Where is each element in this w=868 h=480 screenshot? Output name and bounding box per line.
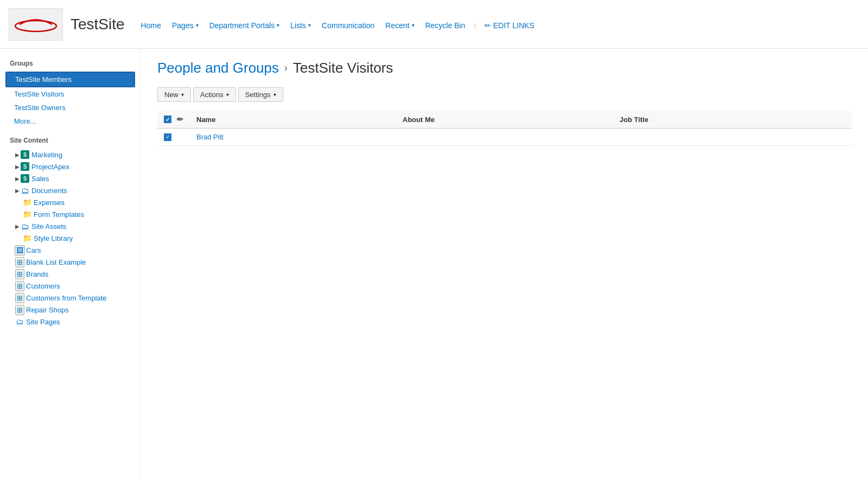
table-header-row: ✓ ✏ Name About Me Job Title	[157, 111, 852, 129]
sidebar-item-cars[interactable]: 🖼 Cars	[5, 244, 135, 256]
projectapex-expand: ▶	[15, 164, 20, 170]
documents-expand: ▶	[15, 188, 20, 194]
repair-shops-label: Repair Shops	[26, 306, 69, 314]
brands-icon: ⊞	[15, 270, 24, 278]
edit-links-button[interactable]: ✏ EDIT LINKS	[479, 19, 540, 32]
settings-label: Settings	[245, 91, 271, 99]
customers-label: Customers	[26, 282, 60, 290]
row-name-cell: Brad Pitt	[190, 129, 396, 146]
site-title: TestSite	[71, 16, 125, 33]
edit-links-label: EDIT LINKS	[493, 21, 534, 30]
row-checkbox[interactable]: ✓	[164, 133, 171, 141]
marketing-expand: ▶	[15, 152, 20, 158]
col-header-check: ✓ ✏	[157, 111, 190, 129]
expenses-label: Expenses	[34, 199, 65, 207]
site-assets-icon: 🗂	[21, 222, 29, 231]
new-button[interactable]: New ▾	[157, 87, 191, 102]
nav-pages[interactable]: Pages▾	[167, 19, 204, 32]
sidebar-item-projectapex[interactable]: ▶ S ProjectApex	[5, 161, 135, 172]
sidebar-item-testsite-owners[interactable]: TestSite Owners	[5, 101, 135, 114]
site-assets-label: Site Assets	[31, 222, 66, 231]
header-checkbox[interactable]: ✓	[164, 116, 171, 123]
form-templates-label: Form Templates	[34, 210, 84, 219]
toolbar: New ▾ Actions ▾ Settings ▾	[157, 87, 852, 102]
nav-communication[interactable]: Communication	[316, 19, 380, 32]
row-job-cell	[613, 129, 852, 146]
site-content-section: Site Content ▶ S Marketing ▶ S ProjectAp…	[5, 137, 135, 328]
logo-area: TestSite	[9, 8, 125, 41]
table-row: ✓ Brad Pitt	[157, 129, 852, 146]
nav-lists[interactable]: Lists▾	[285, 19, 316, 32]
projectapex-label: ProjectApex	[31, 163, 69, 171]
sidebar-item-expenses[interactable]: 📁 Expenses	[5, 196, 135, 208]
header-inner: Home Pages▾ Department Portals▾ Lists▾ C…	[136, 17, 540, 32]
nav-divider: |	[474, 21, 476, 29]
site-content-label: Site Content	[10, 137, 135, 144]
page-title: People and Groups › TestSite Visitors	[157, 60, 852, 76]
sidebar-item-more[interactable]: More...	[5, 114, 135, 128]
sidebar-item-testsite-members[interactable]: TestSite Members	[5, 72, 135, 87]
style-library-icon: 📁	[23, 234, 31, 242]
sidebar-item-brands[interactable]: ⊞ Brands	[5, 268, 135, 280]
sidebar-item-customers[interactable]: ⊞ Customers	[5, 280, 135, 292]
breadcrumb-current: TestSite Visitors	[293, 60, 393, 76]
cars-label: Cars	[26, 246, 41, 254]
customers-template-label: Customers from Template	[26, 294, 107, 302]
breadcrumb-root[interactable]: People and Groups	[157, 60, 279, 76]
sidebar-item-site-pages[interactable]: 🗂 Site Pages	[5, 316, 135, 328]
nav-recent[interactable]: Recent▾	[380, 19, 419, 32]
sidebar-item-style-library[interactable]: 📁 Style Library	[5, 232, 135, 244]
actions-button[interactable]: Actions ▾	[193, 87, 236, 102]
site-assets-expand: ▶	[15, 223, 20, 229]
brands-label: Brands	[26, 270, 48, 278]
sales-label: Sales	[31, 175, 49, 183]
main-content: People and Groups › TestSite Visitors Ne…	[141, 49, 868, 480]
form-templates-icon: 📁	[23, 210, 31, 219]
sidebar-item-repair-shops[interactable]: ⊞ Repair Shops	[5, 304, 135, 316]
col-header-about: About Me	[396, 111, 613, 129]
nav-recycle-bin[interactable]: Recycle Bin	[420, 19, 471, 32]
blank-list-label: Blank List Example	[26, 258, 86, 266]
sidebar-item-blank-list-example[interactable]: ⊞ Blank List Example	[5, 256, 135, 268]
sales-icon: S	[21, 174, 29, 183]
sales-expand: ▶	[15, 176, 20, 182]
col-header-job: Job Title	[613, 111, 852, 129]
groups-section: Groups TestSite Members TestSite Visitor…	[5, 60, 135, 128]
nav-bar: Home Pages▾ Department Portals▾ Lists▾ C…	[136, 19, 540, 32]
site-pages-label: Site Pages	[26, 318, 60, 326]
sidebar-item-documents[interactable]: ▶ 🗂 Documents	[5, 184, 135, 196]
sidebar-item-sales[interactable]: ▶ S Sales	[5, 172, 135, 184]
actions-caret: ▾	[226, 92, 229, 98]
recent-caret: ▾	[412, 22, 414, 28]
sidebar-item-marketing[interactable]: ▶ S Marketing	[5, 149, 135, 161]
marketing-icon: S	[21, 150, 29, 159]
cars-icon: 🖼	[15, 246, 24, 254]
sidebar-item-testsite-visitors[interactable]: TestSite Visitors	[5, 87, 135, 101]
repair-shops-icon: ⊞	[15, 305, 24, 314]
projectapex-icon: S	[21, 162, 29, 171]
settings-button[interactable]: Settings ▾	[238, 87, 283, 102]
header-pencil-icon[interactable]: ✏	[177, 115, 183, 124]
groups-label: Groups	[10, 60, 135, 67]
breadcrumb-arrow: ›	[284, 62, 288, 74]
style-library-label: Style Library	[34, 234, 73, 242]
customers-template-icon: ⊞	[15, 293, 24, 302]
site-pages-icon: 🗂	[15, 317, 24, 326]
sidebar-item-customers-from-template[interactable]: ⊞ Customers from Template	[5, 292, 135, 304]
lists-caret: ▾	[308, 22, 311, 28]
svg-point-0	[15, 21, 56, 31]
person-name-link[interactable]: Brad Pitt	[196, 133, 224, 141]
logo-image	[9, 8, 63, 41]
nav-dept-portals[interactable]: Department Portals▾	[204, 19, 285, 32]
sidebar-item-form-templates[interactable]: 📁 Form Templates	[5, 208, 135, 220]
pencil-nav-icon: ✏	[484, 21, 491, 30]
sidebar-item-site-assets[interactable]: ▶ 🗂 Site Assets	[5, 220, 135, 232]
documents-icon: 🗂	[21, 186, 29, 195]
sidebar: Groups TestSite Members TestSite Visitor…	[0, 49, 141, 480]
settings-caret: ▾	[273, 92, 276, 98]
header: TestSite Home Pages▾ Department Portals▾…	[0, 0, 868, 49]
new-label: New	[164, 91, 178, 99]
marketing-label: Marketing	[31, 151, 62, 159]
layout: Groups TestSite Members TestSite Visitor…	[0, 49, 868, 480]
nav-home[interactable]: Home	[136, 19, 167, 32]
